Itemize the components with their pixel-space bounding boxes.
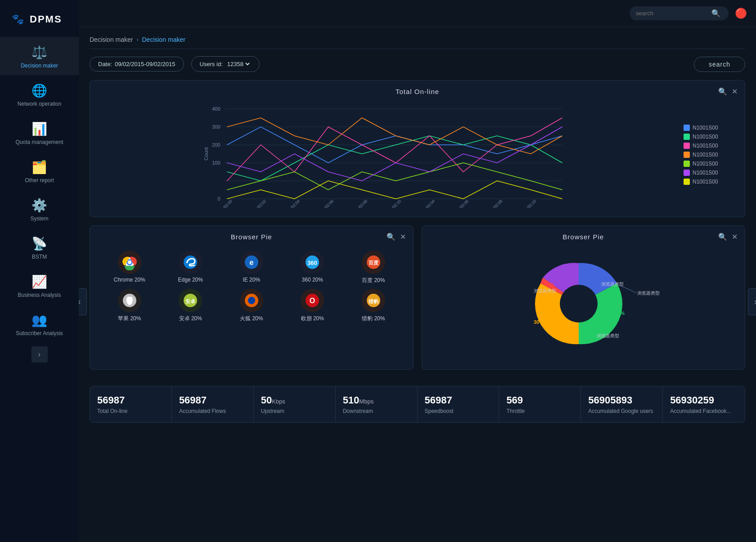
legend-color-7 (684, 179, 690, 185)
ie-icon: e (240, 251, 263, 274)
browser-item-edge: Edge 20% (162, 251, 220, 284)
search-button[interactable]: search (694, 57, 745, 72)
breadcrumb-root: Decision maker (90, 36, 133, 43)
sidebar-item-business-analysis[interactable]: 📈 Business Analysis (0, 266, 79, 305)
sidebar-scroll-arrow[interactable]: › (32, 346, 48, 363)
close-icon[interactable]: ✕ (732, 87, 738, 96)
svg-text:Count: Count (203, 147, 209, 160)
browser-pie-left-controls: 🔍 ✕ (387, 233, 406, 241)
edge-icon (179, 251, 202, 274)
subscriber-analysis-icon: 👥 (32, 313, 47, 327)
logo: 🐾 DPMS (0, 4, 79, 37)
chrome-icon (118, 251, 141, 274)
android-icon: 安卓 (179, 289, 202, 312)
breadcrumb-separator: › (136, 36, 138, 43)
svg-line-52 (618, 285, 636, 293)
filters-bar: Date: 09/02/2015-09/02/2015 Users id: 12… (90, 56, 745, 72)
search-icon[interactable]: 🔍 (711, 9, 720, 18)
browser-pie-right-panel: Browser Pie 🔍 ✕ (422, 225, 746, 370)
opera-label: 欧朋 20% (301, 315, 324, 323)
line-chart-content: 400 300 200 100 0 Count 09/02:00 09/02:0… (97, 100, 738, 210)
browser-item-apple: 苹果 20% (101, 289, 158, 323)
stat-number-throttle: 569 (506, 394, 573, 406)
close-icon[interactable]: ✕ (400, 233, 406, 241)
legend-color-6 (684, 170, 690, 176)
svg-text:浏览器类型: 浏览器类型 (597, 333, 619, 338)
date-filter[interactable]: Date: 09/02/2015-09/02/2015 (90, 57, 184, 72)
browser-item-opera: O 欧朋 20% (284, 289, 342, 323)
android-label: 安卓 20% (179, 315, 202, 323)
carousel-right-arrow[interactable]: › (748, 288, 756, 315)
svg-text:30%: 30% (534, 319, 544, 325)
svg-text:300: 300 (212, 124, 220, 130)
stat-label-accumulated-flows: Accumulated Flows (179, 408, 246, 414)
line-chart-title: Total On-line (396, 88, 439, 95)
sidebar-item-other-report[interactable]: 🗂️ Other report (0, 152, 79, 190)
main-content: Decision maker › Decision maker Date: 09… (79, 27, 756, 432)
apple-label: 苹果 20% (118, 315, 141, 323)
sidebar-item-bstm[interactable]: 📡 BSTM (0, 228, 79, 266)
zoom-icon[interactable]: 🔍 (718, 233, 727, 241)
svg-text:安卓: 安卓 (185, 299, 196, 304)
logo-icon: 🐾 (9, 11, 26, 28)
browser-pie-right-title: Browser Pie (562, 233, 604, 241)
line-chart-panel: Total On-line 🔍 ✕ 400 300 (90, 80, 745, 217)
stat-facebook: 56930259 Accumulated Facebook... (663, 386, 745, 422)
baidu-label: 百度 20% (362, 277, 385, 284)
close-icon[interactable]: ✕ (732, 233, 738, 241)
sidebar-item-subscriber-analysis[interactable]: 👥 Subscriber Analysis (0, 305, 79, 343)
svg-text:30%: 30% (599, 273, 609, 278)
legend-item-3: N1001S00 (684, 143, 738, 149)
legend-label-4: N1001S00 (693, 152, 718, 158)
legend-color-5 (684, 161, 690, 167)
svg-point-41 (560, 285, 598, 323)
svg-text:百度: 百度 (369, 260, 379, 265)
svg-text:200: 200 (212, 142, 220, 148)
svg-text:e: e (249, 259, 253, 266)
browser-item-android: 安卓 安卓 20% (162, 289, 220, 323)
business-analysis-icon: 📈 (32, 274, 47, 289)
stat-label-downstream: Downstream (343, 408, 410, 414)
svg-text:09/02:08: 09/02:08 (354, 199, 368, 208)
decision-maker-icon: ⚖️ (32, 45, 47, 60)
users-filter[interactable]: Users id: 12358 12359 12360 (191, 56, 260, 72)
chrome-label: Chrome 20% (114, 277, 145, 283)
svg-point-24 (128, 260, 131, 264)
browser-item-liebao: 猎豹 猎豹 20% (345, 289, 402, 323)
svg-text:09/02:00: 09/02:00 (219, 199, 233, 208)
sidebar-item-quota-management[interactable]: 📊 Quota management (0, 113, 79, 152)
legend-label-1: N1001S00 (693, 125, 718, 131)
browser-pie-right-header: Browser Pie 🔍 ✕ (429, 233, 738, 241)
legend-label-6: N1001S00 (693, 170, 718, 176)
sidebar-item-decision-maker[interactable]: ⚖️ Decision maker (0, 37, 79, 75)
liebao-label: 猎豹 20% (362, 315, 385, 323)
stat-label-google: Accumulated Google users (588, 408, 655, 414)
stat-accumulated-flows: 56987 Accumulated Flows (172, 386, 254, 422)
360-icon: 360 (301, 251, 324, 274)
legend-item-5: N1001S00 (684, 161, 738, 167)
network-operation-icon: 🌐 (32, 83, 47, 98)
stat-number-downstream: 510Mbps (343, 394, 410, 406)
firefox-icon (240, 289, 263, 312)
stat-throttle: 569 Throttle (499, 386, 581, 422)
apple-icon (118, 289, 141, 312)
stat-google-users: 56905893 Accumulated Google users (581, 386, 663, 422)
svg-text:猎豹: 猎豹 (368, 299, 378, 304)
zoom-icon[interactable]: 🔍 (718, 87, 727, 96)
svg-text:09/02:10: 09/02:10 (387, 199, 402, 208)
zoom-icon[interactable]: 🔍 (387, 233, 396, 241)
date-label: Date: (98, 61, 112, 67)
users-select[interactable]: 12358 12359 12360 (225, 60, 251, 68)
sidebar-item-network-operation[interactable]: 🌐 Network operation (0, 75, 79, 113)
legend-item-4: N1001S00 (684, 152, 738, 158)
bstm-icon: 📡 (32, 236, 47, 251)
notification-bell-icon[interactable]: 🔴 (735, 8, 747, 19)
breadcrumb: Decision maker › Decision maker (90, 36, 745, 49)
sidebar-item-label: Decision maker (21, 63, 58, 69)
svg-text:30%: 30% (591, 328, 600, 333)
sidebar-item-system[interactable]: ⚙️ System (0, 190, 79, 228)
header-search-bar[interactable]: 🔍 (630, 6, 729, 20)
svg-text:09/02:02: 09/02:02 (252, 199, 267, 208)
search-input[interactable] (636, 10, 708, 17)
svg-text:09/02:04: 09/02:04 (286, 199, 301, 208)
